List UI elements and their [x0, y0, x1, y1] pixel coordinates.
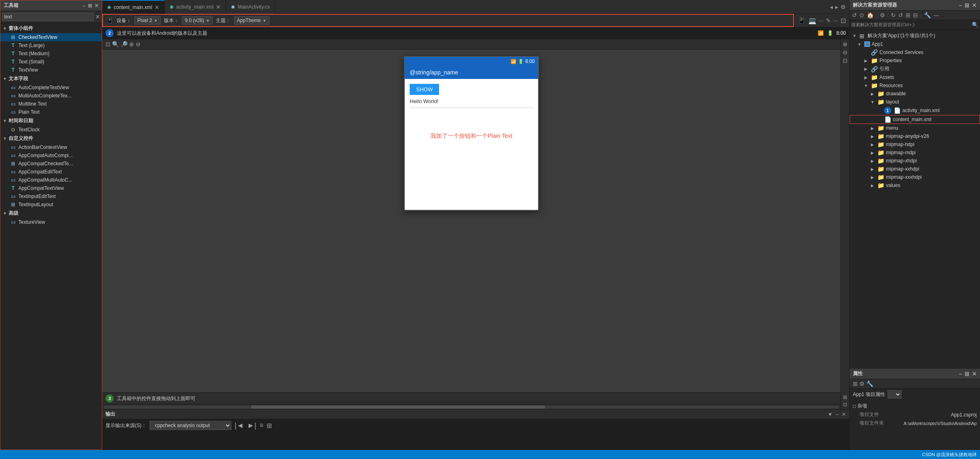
toolbox-item-plain-text[interactable]: ▭ Plain Text	[0, 108, 102, 116]
toolbox-item-actionbar[interactable]: ▭ ActionBarContextView	[0, 143, 102, 151]
output-pin-icon[interactable]: –	[836, 412, 839, 417]
props-icon-1[interactable]: ⊞	[853, 380, 858, 387]
zoom-out-icon[interactable]: ⊖	[136, 41, 141, 47]
output-dropdown-icon[interactable]: ▼	[828, 412, 832, 417]
props-icon-2[interactable]: ⚙	[859, 380, 865, 387]
output-btn-4[interactable]: ⊞	[267, 422, 272, 430]
expand2-icon[interactable]: ⊡	[843, 402, 847, 407]
category-datetime[interactable]: ▼ 时间和日期	[0, 116, 102, 126]
toolbox-item-appcompat-textview[interactable]: T AppCompatTextView	[0, 184, 102, 192]
toolbox-item-multiline[interactable]: ▭ Multiline Text	[0, 100, 102, 108]
se-icon-9[interactable]: 🔧	[924, 12, 931, 18]
se-close-icon[interactable]: ✕	[972, 2, 977, 9]
tree-menu[interactable]: ▶ 📁 menu	[850, 124, 980, 132]
toolbox-item-multiauto[interactable]: ▭ MultiAutoCompleteTex...	[0, 92, 102, 100]
toolbox-item-text-medium[interactable]: T Text (Medium)	[0, 50, 102, 58]
tab-content-main-xml[interactable]: ◉ content_main.xml ✕	[102, 0, 165, 14]
tree-mipmap-hdpi[interactable]: ▶ 📁 mipmap-hdpi	[850, 140, 980, 148]
toolbox-item-textureview[interactable]: ▭ TextureView	[0, 218, 102, 226]
more2-icon[interactable]: ···	[833, 17, 838, 24]
tree-mipmap-anydpi[interactable]: ▶ 📁 mipmap-anydpi-v26	[850, 132, 980, 140]
tree-resources[interactable]: ▼ 📁 Resources	[850, 81, 980, 90]
zoom-icon-1[interactable]: ⊡	[105, 41, 110, 47]
se-icon-5[interactable]: ↻	[891, 12, 896, 18]
more-icon[interactable]: ···	[819, 17, 824, 24]
tab-scroll-left-icon[interactable]: ◂	[830, 4, 833, 10]
toolbox-item-appcompat-multiauto[interactable]: ▭ AppCompatMultiAutoC...	[0, 176, 102, 184]
se-icon-6[interactable]: ↺	[898, 12, 903, 18]
tab-close-btn[interactable]: ✕	[216, 4, 221, 10]
toolbox-item-appcompat-checked[interactable]: ⊞ AppCompatCheckedTe...	[0, 160, 102, 168]
output-source-select[interactable]: cppcheck analysis output	[150, 421, 231, 430]
category-advanced[interactable]: ▼ 高级	[0, 209, 102, 218]
horizontal-scrollbar[interactable]	[102, 404, 841, 409]
scrollbar-thumb[interactable]	[251, 405, 545, 409]
phone-show-button[interactable]: SHOW	[410, 84, 439, 95]
zoom-in-icon[interactable]: ⊕	[129, 41, 134, 47]
tree-mipmap-xxxhdpi[interactable]: ▶ 📁 mipmap-xxxhdpi	[850, 173, 980, 181]
tree-layout[interactable]: ▼ 📁 layout	[850, 98, 980, 106]
tree-solution-root[interactable]: ▼ ⊞ 解决方案'App1'(1个项目/共1个)	[850, 32, 980, 40]
category-custom[interactable]: ▼ 自定义控件	[0, 134, 102, 143]
version-select[interactable]: 9.0 (v28) ▼	[182, 16, 213, 25]
zoom-icon[interactable]: ⊖	[843, 49, 848, 56]
se-icon-8[interactable]: ⊟	[913, 12, 918, 18]
tree-references[interactable]: ▶ 🔗 引用	[850, 65, 980, 73]
tree-values[interactable]: ▶ 📁 values	[850, 181, 980, 189]
se-icon-10[interactable]: —	[933, 12, 939, 18]
output-btn-1[interactable]: |◄	[235, 421, 244, 430]
zoom-icon-2[interactable]: 🔍	[112, 41, 119, 47]
props-expand-icon[interactable]: ⊞	[964, 371, 969, 377]
phone-view-icon[interactable]: 📱	[798, 17, 806, 25]
output-btn-3[interactable]: ≡	[260, 422, 263, 429]
toolbox-item-appcompat-edit[interactable]: ▭ AppCompatEditText	[0, 168, 102, 176]
tree-connected-services[interactable]: 🔗 Connected Services	[850, 48, 980, 56]
search-icon[interactable]: 🔍	[972, 22, 978, 28]
se-icon-1[interactable]: ↺	[852, 12, 857, 18]
tree-content-main-xml[interactable]: 📄 content_main.xml	[850, 115, 980, 124]
toolbox-item-checkedtextview[interactable]: ⊞ CheckedTextView	[0, 33, 102, 41]
toolbox-item-textclock[interactable]: ⊙ TextClock	[0, 126, 102, 134]
toolbox-item-text-small[interactable]: T Text (Small)	[0, 58, 102, 66]
se-icon-4[interactable]: ⚙	[880, 12, 885, 18]
tablet-view-icon[interactable]: 💻	[808, 17, 816, 25]
tab-activity-main-xml[interactable]: ◉ activity_main.xml ✕	[165, 0, 226, 14]
output-close-icon[interactable]: ✕	[842, 412, 846, 417]
toolbox-pin-icon[interactable]: –	[83, 3, 85, 9]
toolbox-item-autocomplete[interactable]: ▭ AutoCompleteTextView	[0, 83, 102, 92]
properties-dropdown[interactable]	[888, 390, 902, 398]
toolbox-item-textinput-edit[interactable]: ▭ TextInputEditText	[0, 192, 102, 200]
toolbox-close-icon[interactable]: ✕	[94, 3, 99, 9]
toolbox-item-textview[interactable]: T TextView	[0, 66, 102, 74]
se-pin-icon[interactable]: –	[959, 2, 962, 9]
se-expand-icon[interactable]: ⊞	[964, 2, 969, 9]
se-icon-2[interactable]: ⊙	[859, 12, 864, 18]
toolbox-search-clear[interactable]: ✕	[95, 14, 100, 20]
tree-assets[interactable]: ▶ 📁 Assets	[850, 73, 980, 81]
theme-select[interactable]: AppTheme ▼	[234, 16, 269, 25]
tree-properties[interactable]: ▶ 📁 Properties	[850, 56, 980, 65]
tab-close-btn[interactable]: ✕	[155, 4, 159, 11]
output-btn-2[interactable]: ►|	[247, 421, 257, 430]
category-text-fields[interactable]: ▼ 文本字段	[0, 74, 102, 83]
fit-icon[interactable]: ⊡	[843, 57, 848, 64]
toolbox-item-appcompat-auto[interactable]: ▭ AppCompatAutoCompl...	[0, 151, 102, 160]
toolbox-search-input[interactable]	[2, 13, 94, 21]
se-icon-3[interactable]: 🏠	[867, 12, 874, 18]
toolbox-item-textinput-layout[interactable]: ⊞ TextInputLayout	[0, 200, 102, 209]
tree-drawable[interactable]: ▶ 📁 drawable	[850, 90, 980, 98]
tree-mipmap-xhdpi[interactable]: ▶ 📁 mipmap-xhdpi	[850, 157, 980, 165]
pen-icon[interactable]: ✎	[826, 17, 831, 24]
toolbox-expand-icon[interactable]: ⊞	[88, 3, 92, 9]
category-window-widgets[interactable]: ▼ 窗体小组件	[0, 24, 102, 33]
props-pin-icon[interactable]: –	[959, 371, 962, 377]
toolbox-item-text-large[interactable]: T Text (Large)	[0, 41, 102, 50]
scroll-icon[interactable]: ⊞	[843, 394, 847, 400]
props-close-icon[interactable]: ✕	[972, 371, 977, 377]
tab-mainactivity-cs[interactable]: ◉ MainActivity.cs	[226, 0, 275, 14]
tab-scroll-right-icon[interactable]: ▸	[835, 4, 838, 10]
zoom-icon-3[interactable]: 🔎	[121, 41, 128, 47]
props-icon-3[interactable]: 🔧	[866, 380, 873, 387]
device-select[interactable]: Pixel 2 ▼	[135, 16, 161, 25]
tree-project-app1[interactable]: ▼ 🅰 App1	[850, 40, 980, 48]
